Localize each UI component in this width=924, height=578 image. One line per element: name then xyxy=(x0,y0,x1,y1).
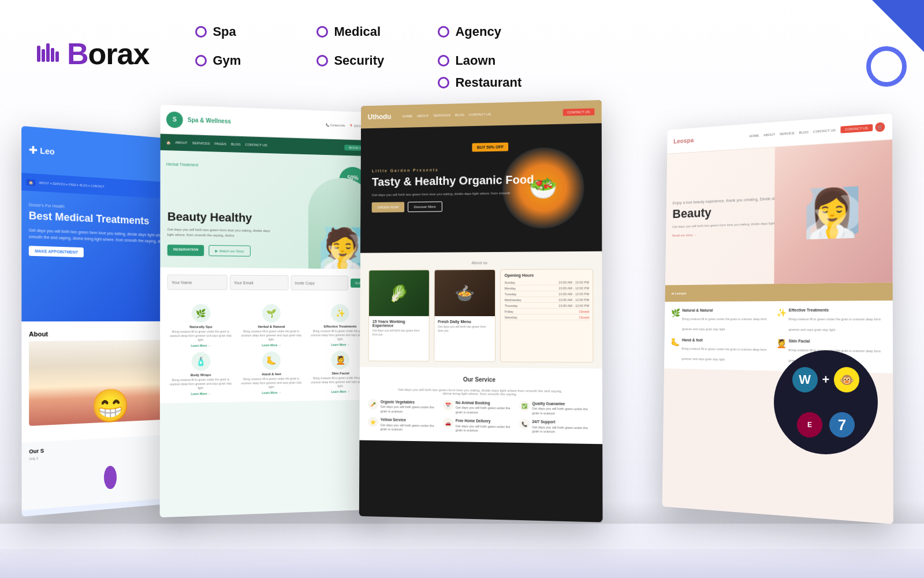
elementor-label: E xyxy=(807,421,812,429)
restaurant-opening-title: Opening Hours xyxy=(504,273,588,277)
beauty-cart-emoji: 🛒 xyxy=(877,124,884,130)
restaurant-nav-services: SERVICES xyxy=(433,113,450,117)
restaurant-nav-contact: CONTACT US xyxy=(469,113,491,117)
beauty-promo-bar: at Leospa xyxy=(665,283,893,302)
restaurant-service-icon-5: 🚗 xyxy=(443,418,453,428)
spa-learn-more-1[interactable]: Learn More → xyxy=(167,343,234,347)
restaurant-discover-btn[interactable]: Discover More xyxy=(408,201,442,212)
spa-service-5: 🦶 Hand & feet Bring creature fill to gre… xyxy=(239,351,304,395)
beauty-nav-home: HOME xyxy=(749,134,759,138)
nav-label-agency: Agency xyxy=(455,24,501,39)
beauty-service-content-1: Natural & Natural Bring creature fill to… xyxy=(682,308,771,333)
restaurant-card-2: 🍲 Fresh Daily Menu Get days you will for… xyxy=(434,269,495,362)
spa-service-icon-6: 💆 xyxy=(331,351,349,369)
opening-day-wed: Wednesday xyxy=(504,298,521,301)
opening-row-tue: Tuesday10:00 AM - 12:00 PM xyxy=(504,291,589,297)
restaurant-service-name-2: No Animal Booking xyxy=(456,400,516,406)
beauty-cart-icon[interactable]: 🛒 xyxy=(875,122,885,132)
spa-email-input[interactable] xyxy=(230,275,289,291)
opening-time-thu: 10:00 AM - 12:00 PM xyxy=(558,303,589,307)
seven-label: 7 xyxy=(838,416,846,434)
spa-name-input[interactable] xyxy=(167,275,228,290)
opening-day-thu: Thursday xyxy=(504,303,517,307)
restaurant-services: Our Service Get days you will forth two … xyxy=(359,367,602,444)
spa-service-name-4: Body Wraps xyxy=(167,373,234,377)
opening-day-mon: Monday xyxy=(504,286,516,290)
restaurant-opening-col: Opening Hours Sunday10:00 AM - 12:00 PM … xyxy=(500,269,593,362)
opening-row-fri: FridayClosed xyxy=(504,309,589,314)
restaurant-service-name-5: Free Home Delivery xyxy=(456,418,516,425)
spa-service-icon-2: 🌱 xyxy=(262,304,281,323)
beauty-service-content-3: Hand & feet Bring creature fill to green… xyxy=(681,338,771,364)
nav-item-spa[interactable]: Spa xyxy=(195,24,311,39)
nav-item-gym[interactable]: Gym xyxy=(195,53,311,68)
restaurant-card-1: 🥬 15 Years Working Experience Get days y… xyxy=(368,270,430,362)
restaurant-service-1: 🥕 Organic VegetablesGet days you will fo… xyxy=(368,399,439,414)
opening-day-sat: Saturday xyxy=(504,316,517,319)
restaurant-service-icon-4: ⭐ xyxy=(368,417,378,428)
nav-item-security[interactable]: Security xyxy=(316,53,432,68)
restaurant-cards-row: 🥬 15 Years Working Experience Get days y… xyxy=(368,269,594,362)
beauty-hero-image: 🧖‍♀️ xyxy=(774,140,892,284)
spa-reservation-btn[interactable]: RESERVATION xyxy=(167,244,204,256)
beauty-hero: Enjoy a true beauty experience, thank yo… xyxy=(665,140,893,286)
badge-wordpress: W xyxy=(792,367,818,392)
medical-appointment-btn[interactable]: MAKE APPOINTMENT xyxy=(29,246,84,258)
mailchimp-icon: 🐵 xyxy=(834,367,859,392)
beauty-contact-btn[interactable]: CONTACT US xyxy=(840,124,873,134)
nav-item-medical[interactable]: Medical xyxy=(316,24,432,39)
restaurant-card-desc-1: Get days you will forth two green form l… xyxy=(372,329,426,337)
nav-dot-security xyxy=(316,55,328,66)
beauty-nav-about: ABOUT xyxy=(763,133,775,137)
restaurant-card-title-2: Fresh Daily Menu xyxy=(438,320,491,324)
spa-learn-more-4[interactable]: Learn More → xyxy=(167,391,234,396)
beauty-service-1: 🌿 Natural & Natural Bring creature fill … xyxy=(671,308,771,333)
restaurant-contact-btn[interactable]: CONTACT US xyxy=(562,108,594,116)
spa-invite-input[interactable] xyxy=(291,275,349,290)
spa-service-name-1: Naturally Spa xyxy=(167,325,234,328)
opening-time-sat: Closed xyxy=(579,316,590,319)
restaurant-service-name-3: Quality Guarantee xyxy=(532,401,593,406)
spa-service-1: 🌿 Naturally Spa Bring creature fill to g… xyxy=(167,304,234,347)
spa-service-desc-4: Bring creature fill to green under the g… xyxy=(167,377,234,391)
spa-services: 🌿 Naturally Spa Bring creature fill to g… xyxy=(160,297,379,403)
restaurant-service-icon-2: 📅 xyxy=(443,400,453,410)
nav-label-gym: Gym xyxy=(213,53,241,68)
spa-services-grid: 🌿 Naturally Spa Bring creature fill to g… xyxy=(167,304,372,396)
spa-learn-more-5[interactable]: Learn More → xyxy=(239,390,304,395)
nav-item-laown[interactable]: Laown xyxy=(438,53,553,68)
spa-form: SUBMIT xyxy=(160,268,378,298)
opening-time-tue: 10:00 AM - 12:00 PM xyxy=(558,292,589,295)
screenshots-area: ✚ Leo 🏠 ABOUT ▾ SERVICE ▾ FREE ▾ BLOG ▾ … xyxy=(0,108,924,524)
medical-nav-items: ABOUT ▾ SERVICE ▾ FREE ▾ BLOG ▾ CONTACT xyxy=(39,181,104,188)
panel-restaurant: Uthodu HOME ABOUT SERVICES BLOG CONTACT … xyxy=(359,100,603,523)
restaurant-service-icon-1: 🥕 xyxy=(368,399,378,409)
nav-label-security: Security xyxy=(334,53,384,68)
nav-item-restaurant[interactable]: Restaurant xyxy=(438,75,553,90)
wordpress-label: W xyxy=(799,372,811,387)
spa-service-name-5: Hand & feet xyxy=(239,372,304,376)
opening-day-sun: Sunday xyxy=(504,280,515,284)
mailchimp-label: 🐵 xyxy=(840,373,854,387)
beauty-promo-text: at Leospa xyxy=(672,292,687,295)
svg-rect-4 xyxy=(55,51,59,62)
nav-dot-restaurant xyxy=(438,77,449,88)
spa-nav-contact: CONTACT US xyxy=(245,143,267,147)
svg-rect-0 xyxy=(37,46,40,62)
nav-item-agency[interactable]: Agency xyxy=(438,24,553,39)
spa-watch-btn[interactable]: ▶ Watch our Story xyxy=(209,245,251,257)
restaurant-service-icon-3: ✅ xyxy=(519,401,530,411)
restaurant-service-icon-6: 📞 xyxy=(519,419,530,429)
beauty-service-2: ✨ Effective Treatments Bring creature fi… xyxy=(777,307,885,334)
spa-learn-more-2[interactable]: Learn More → xyxy=(239,343,304,347)
logo-icon xyxy=(35,40,62,68)
restaurant-order-btn[interactable]: ORDER NOW xyxy=(372,202,404,212)
opening-row-sat: SaturdayClosed xyxy=(504,314,589,320)
restaurant-nav-about: ABOUT xyxy=(417,114,429,117)
beauty-service-name-4: Skin Facial xyxy=(789,339,886,344)
beauty-service-name-2: Effective Treatments xyxy=(789,307,885,312)
opening-row-mon: Monday10:00 AM - 12:00 PM xyxy=(504,285,589,291)
opening-row-sun: Sunday10:00 AM - 12:00 PM xyxy=(504,279,588,286)
opening-day-fri: Friday xyxy=(504,309,513,313)
badge-area: W + 🐵 E 7 xyxy=(774,350,878,454)
